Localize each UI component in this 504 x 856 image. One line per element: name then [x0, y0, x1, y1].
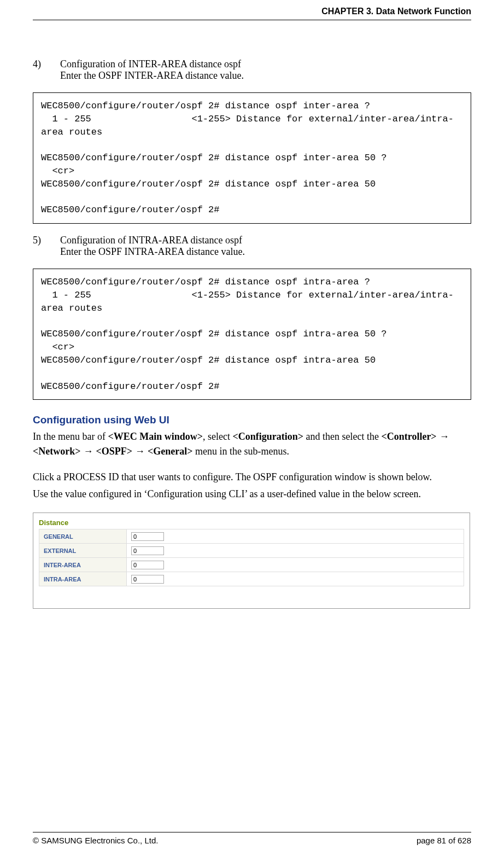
bold: <General>	[148, 446, 193, 457]
web-ui-paragraph-1: In the menu bar of <WEC Main window>, se…	[33, 429, 471, 459]
distance-figure: Distance GENERAL EXTERNAL INTER-AREA INT…	[33, 513, 470, 609]
table-row: INTRA-AREA	[39, 572, 464, 586]
row-label: EXTERNAL	[39, 544, 127, 558]
table-row: GENERAL	[39, 529, 464, 544]
bold: <Network>	[33, 446, 81, 457]
external-input[interactable]	[131, 546, 164, 555]
list-item-5: 5) Configuration of INTRA-AREA distance …	[33, 235, 471, 258]
list-body: Configuration of INTRA-AREA distance osp…	[60, 235, 471, 258]
item-desc: Enter the OSPF INTRA-AREA distance value…	[60, 246, 471, 258]
text: In the menu bar of	[33, 431, 108, 442]
row-value-cell	[127, 529, 464, 544]
item-title: Configuration of INTRA-AREA distance osp…	[60, 235, 471, 246]
row-value-cell	[127, 572, 464, 586]
text: and then select the	[303, 431, 381, 442]
bold: <OSPF>	[96, 446, 133, 457]
general-input[interactable]	[131, 532, 164, 541]
list-number: 4)	[33, 59, 60, 81]
chapter-header: CHAPTER 3. Data Network Function	[33, 0, 471, 20]
inter-area-input[interactable]	[131, 561, 164, 569]
list-body: Configuration of INTER-AREA distance osp…	[60, 59, 471, 81]
web-ui-paragraph-3: Use the value configured in ‘Configurati…	[33, 487, 471, 502]
intra-area-input[interactable]	[131, 575, 164, 584]
distance-table: GENERAL EXTERNAL INTER-AREA INTRA-AREA	[39, 529, 464, 586]
bold: <Controller>	[381, 431, 436, 442]
code-block-inter-area: WEC8500/configure/router/ospf 2# distanc…	[33, 92, 471, 224]
bold: <Configuration>	[232, 431, 303, 442]
arrow-icon: →	[132, 446, 148, 457]
row-label: INTRA-AREA	[39, 572, 127, 586]
item-desc: Enter the OSPF INTER-AREA distance value…	[60, 70, 471, 81]
bold: <WEC Main window>	[108, 431, 203, 442]
row-value-cell	[127, 558, 464, 572]
web-ui-paragraph-2: Click a PROCESS ID that user wants to co…	[33, 470, 471, 485]
text: , select	[203, 431, 232, 442]
list-item-4: 4) Configuration of INTER-AREA distance …	[33, 59, 471, 81]
page-number: page 81 of 628	[417, 836, 471, 845]
web-ui-heading: Configuration using Web UI	[33, 414, 471, 426]
table-row: EXTERNAL	[39, 544, 464, 558]
header-rule	[33, 20, 471, 20]
list-number: 5)	[33, 235, 60, 258]
row-label: INTER-AREA	[39, 558, 127, 572]
row-value-cell	[127, 544, 464, 558]
arrow-icon: →	[437, 431, 449, 442]
arrow-icon: →	[81, 446, 96, 457]
row-label: GENERAL	[39, 529, 127, 544]
text: menu in the sub-menus.	[193, 446, 289, 457]
table-row: INTER-AREA	[39, 558, 464, 572]
distance-title: Distance	[39, 519, 464, 527]
item-title: Configuration of INTER-AREA distance osp…	[60, 59, 471, 70]
page-footer: © SAMSUNG Electronics Co., Ltd. page 81 …	[33, 832, 471, 845]
code-block-intra-area: WEC8500/configure/router/ospf 2# distanc…	[33, 269, 471, 400]
copyright: © SAMSUNG Electronics Co., Ltd.	[33, 836, 158, 845]
